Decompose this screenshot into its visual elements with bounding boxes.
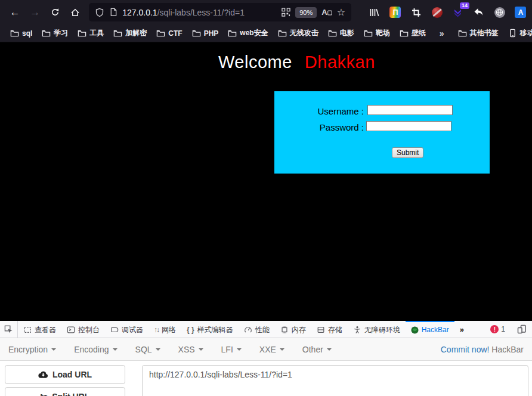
home-button[interactable] — [65, 4, 85, 21]
star-icon: ☆ — [337, 7, 345, 18]
chevron-down-icon — [156, 348, 160, 351]
undo-closed-tab-button[interactable] — [470, 4, 488, 21]
menu-xss[interactable]: XSS — [178, 345, 203, 354]
tab-hackbar[interactable]: HackBar — [406, 321, 454, 338]
username-field[interactable] — [367, 105, 453, 115]
menu-sql[interactable]: SQL — [135, 345, 160, 354]
screenshot-crop-button[interactable] — [407, 4, 425, 21]
tab-label: 性能 — [255, 325, 270, 335]
folder-icon — [278, 29, 287, 38]
menu-label: XXE — [259, 345, 276, 354]
library-icon — [369, 8, 379, 17]
tab-label: 查看器 — [35, 325, 56, 335]
bookmark-folder-wireless[interactable]: 无线攻击 — [274, 26, 323, 41]
bookmark-label: 移动设备上 — [520, 28, 532, 38]
devtools-panel: 查看器 控制台 调试器 ↑↓网络 { }样式编辑器 性能 — [0, 321, 532, 396]
chevron-down-icon — [199, 348, 203, 351]
tab-storage[interactable]: 存储 — [311, 321, 348, 338]
forward-button[interactable]: → — [25, 4, 45, 21]
tab-label: 存储 — [328, 325, 342, 335]
tab-style-editor[interactable]: { }样式编辑器 — [181, 321, 239, 338]
error-count-button[interactable]: ! 1 — [484, 325, 511, 333]
bookmarks-toolbar: sql 学习 工具 加解密 CTF PHP web安全 无线攻击 电影 靶场 壁… — [0, 24, 532, 42]
tab-label: HackBar — [422, 326, 449, 334]
back-button[interactable]: ← — [5, 4, 25, 21]
accessibility-icon — [353, 326, 361, 334]
menu-encryption[interactable]: Encryption — [8, 345, 56, 354]
hackbar-url-textarea[interactable]: http://127.0.0.1/sqli-labs/Less-11/?id=1 — [142, 365, 528, 396]
tab-memory[interactable]: 内存 — [275, 321, 311, 338]
translate-extension-button[interactable]: A — [512, 4, 530, 21]
bookmark-folder-crypto[interactable]: 加解密 — [109, 26, 151, 41]
devtools-tabs-overflow-chevron[interactable]: » — [454, 321, 469, 338]
menu-encoding[interactable]: Encoding — [74, 345, 117, 354]
button-label: Load URL — [52, 370, 92, 379]
bookmark-folder-movies[interactable]: 电影 — [324, 26, 358, 41]
reload-icon — [51, 8, 60, 17]
qr-scan-button[interactable] — [282, 8, 290, 17]
translate-blue-glyph: A — [518, 8, 524, 17]
welcome-name: Dhakkan — [305, 52, 375, 72]
hackbar-menubar: Encryption Encoding SQL XSS LFI XXE Othe… — [0, 338, 532, 361]
hackbar-content: Load URL ✂ Split URL http://127.0.0.1/sq… — [0, 361, 532, 396]
translate-button[interactable]: A — [321, 8, 332, 17]
reload-button[interactable] — [45, 4, 66, 21]
bookmark-folder-tools[interactable]: 工具 — [73, 26, 108, 41]
bookmark-folder-ctf[interactable]: CTF — [152, 26, 186, 40]
bookmarks-overflow-chevron[interactable]: » — [431, 29, 453, 38]
bookmark-folder-sql[interactable]: sql — [6, 26, 36, 40]
bookmark-folder-study[interactable]: 学习 — [38, 26, 72, 41]
bookmark-folder-range[interactable]: 靶场 — [360, 26, 394, 41]
menu-label: Encoding — [74, 345, 109, 354]
tab-inspector[interactable]: 查看器 — [18, 321, 61, 338]
element-picker-icon — [4, 325, 13, 334]
bookmark-folder-php[interactable]: PHP — [188, 26, 223, 40]
rainbow-extension-icon: Π — [389, 7, 401, 18]
menu-label: SQL — [135, 345, 152, 354]
zoom-level-badge[interactable]: 90% — [295, 7, 317, 18]
cloud-download-icon — [38, 370, 48, 379]
bookmark-star-button[interactable]: ☆ — [337, 7, 345, 18]
commit-now-area: Commit now! HackBar — [441, 345, 524, 354]
commit-now-link[interactable]: Commit now! — [441, 345, 490, 354]
scissors-icon: ✂ — [41, 391, 48, 396]
extension-rainbow-button[interactable]: Π — [386, 4, 404, 21]
url-bar[interactable]: 127.0.0.1/sqli-labs/Less-11/?id=1 90% A … — [89, 3, 351, 21]
split-url-button[interactable]: ✂ Split URL — [5, 387, 125, 396]
password-field[interactable] — [366, 121, 451, 131]
submit-button[interactable]: Submit — [392, 147, 423, 158]
page-info-icon[interactable] — [109, 8, 117, 17]
menu-other[interactable]: Other — [302, 345, 332, 354]
folder-icon — [458, 29, 467, 38]
menu-lfi[interactable]: LFI — [221, 345, 242, 354]
library-button[interactable] — [366, 4, 383, 21]
tab-console[interactable]: 控制台 — [61, 321, 105, 338]
bookmark-label: web安全 — [240, 28, 268, 38]
tab-network[interactable]: ↑↓网络 — [149, 321, 181, 338]
bookmark-folder-websec[interactable]: web安全 — [224, 26, 272, 41]
shield-icon[interactable] — [95, 8, 104, 17]
menu-xxe[interactable]: XXE — [259, 345, 284, 354]
proxy-extension-button[interactable] — [428, 4, 446, 21]
button-label: Split URL — [52, 392, 89, 396]
back-icon: ← — [10, 7, 20, 18]
session-extension-button[interactable] — [491, 4, 509, 21]
devtools-toolbar-right: ! 1 — [484, 321, 532, 338]
bookmark-folder-other[interactable]: 其他书签 — [454, 26, 503, 41]
tab-accessibility[interactable]: 无障碍环境 — [348, 321, 406, 338]
load-url-button[interactable]: Load URL — [5, 365, 125, 384]
page-title: WelcomeDhakkan — [218, 52, 375, 72]
element-picker-button[interactable] — [0, 321, 18, 338]
url-text[interactable]: 127.0.0.1/sqli-labs/Less-11/?id=1 — [122, 8, 277, 17]
bookmark-folder-mobile[interactable]: 移动设备上 — [504, 26, 532, 41]
bookmark-folder-wallpaper[interactable]: 壁纸 — [395, 26, 430, 41]
bookmark-label: 学习 — [54, 28, 68, 38]
tab-label: 内存 — [292, 325, 306, 335]
chevron-down-icon — [280, 348, 284, 351]
tab-debugger[interactable]: 调试器 — [105, 321, 149, 338]
downloads-button[interactable]: 14 — [449, 4, 467, 21]
bookmark-label: PHP — [204, 29, 219, 38]
tab-performance[interactable]: 性能 — [239, 321, 275, 338]
responsive-mode-button[interactable] — [512, 324, 532, 334]
url-path: /sqli-labs/Less-11/?id=1 — [157, 8, 245, 17]
